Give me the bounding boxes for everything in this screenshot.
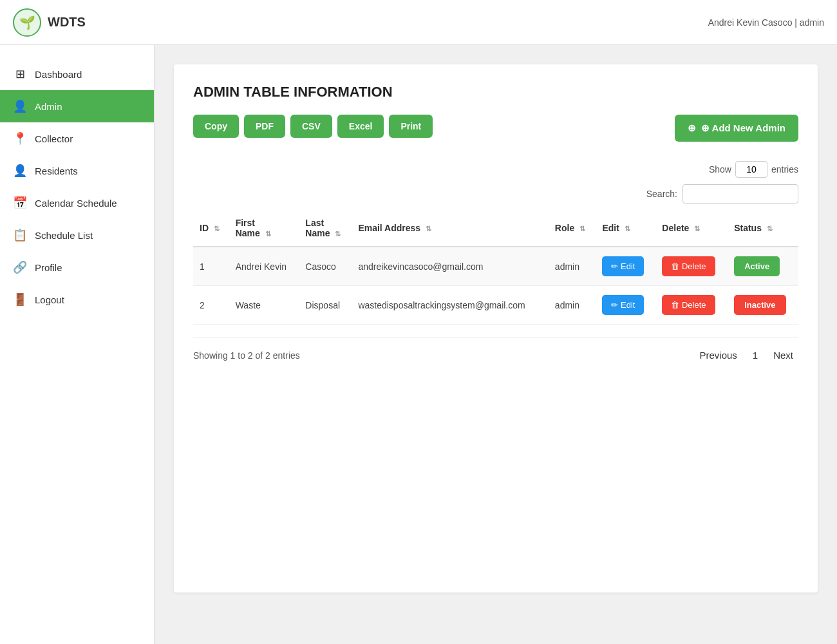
sidebar-item-label: Schedule List [35,230,93,241]
app-name: WDTS [48,15,86,30]
pagination-row: Showing 1 to 2 of 2 entries Previous 1 N… [193,337,798,363]
residents-icon: 👤 [13,164,27,178]
user-info: Andrei Kevin Casoco | admin [708,17,824,28]
cell-role: admin [549,286,596,325]
cell-last-name: Disposal [299,286,352,325]
cell-delete: 🗑 Delete [655,286,728,325]
sidebar-item-label: Admin [35,101,62,112]
sidebar-item-label: Profile [35,262,62,273]
cell-id: 2 [193,286,229,325]
show-label: Show [709,164,731,175]
sidebar-item-label: Residents [35,166,78,176]
admin-icon: 👤 [13,99,27,113]
main-content: ADMIN TABLE INFORMATION Copy PDF CSV Exc… [155,45,837,644]
cell-email: wastedisposaltrackingsystem@gmail.com [352,286,548,325]
cell-id: 1 [193,247,229,286]
excel-button[interactable]: Excel [337,115,384,138]
table-row: 1 Andrei Kevin Casoco andreikevincasoco@… [193,247,798,286]
print-button[interactable]: Print [389,115,433,138]
col-first-name: FirstName ⇅ [229,210,299,247]
cell-status: Inactive [728,286,798,325]
edit-button[interactable]: ✏ Edit [602,295,644,315]
content-card: ADMIN TABLE INFORMATION Copy PDF CSV Exc… [174,64,818,592]
pdf-button[interactable]: PDF [244,115,285,138]
table-controls: Show entries Search: [193,161,798,204]
copy-button[interactable]: Copy [193,115,239,138]
page-title: ADMIN TABLE INFORMATION [193,84,798,100]
dashboard-icon: ⊞ [13,67,27,81]
cell-status: Active [728,247,798,286]
calendar-icon: 📅 [13,196,27,210]
cell-first-name: Andrei Kevin [229,247,299,286]
col-edit: Edit ⇅ [596,210,655,247]
table-row: 2 Waste Disposal wastedisposaltrackingsy… [193,286,798,325]
sidebar-item-logout[interactable]: 🚪 Logout [0,283,154,316]
col-delete: Delete ⇅ [655,210,728,247]
pagination-info: Showing 1 to 2 of 2 entries [193,350,300,361]
layout: ⊞ Dashboard 👤 Admin 📍 Collector 👤 Reside… [0,45,837,644]
export-toolbar: Copy PDF CSV Excel Print [193,115,433,138]
col-role: Role ⇅ [549,210,596,247]
cell-last-name: Casoco [299,247,352,286]
next-button[interactable]: Next [768,347,798,363]
show-entries-control: Show entries [709,161,798,178]
sidebar-item-label: Dashboard [35,69,82,80]
status-button[interactable]: Active [734,256,780,276]
admin-table: ID ⇅ FirstName ⇅ LastName ⇅ Email Addres… [193,210,798,325]
add-new-admin-button[interactable]: ⊕ ⊕ Add New Admin [675,115,798,142]
search-input[interactable] [682,184,798,204]
sidebar-item-schedule-list[interactable]: 📋 Schedule List [0,219,154,251]
sidebar-item-residents[interactable]: 👤 Residents [0,155,154,187]
col-id: ID ⇅ [193,210,229,247]
sidebar: ⊞ Dashboard 👤 Admin 📍 Collector 👤 Reside… [0,45,155,644]
sidebar-item-collector[interactable]: 📍 Collector [0,122,154,155]
sidebar-item-admin[interactable]: 👤 Admin [0,90,154,122]
csv-button[interactable]: CSV [290,115,332,138]
cell-delete: 🗑 Delete [655,247,728,286]
logo-area: 🌱 WDTS [13,8,86,37]
sidebar-item-dashboard[interactable]: ⊞ Dashboard [0,58,154,90]
previous-button[interactable]: Previous [694,347,742,363]
schedule-list-icon: 📋 [13,228,27,242]
cell-email: andreikevincasoco@gmail.com [352,247,548,286]
profile-icon: 🔗 [13,260,27,274]
entries-label: entries [771,164,798,175]
col-last-name: LastName ⇅ [299,210,352,247]
cell-edit: ✏ Edit [596,247,655,286]
sidebar-item-profile[interactable]: 🔗 Profile [0,251,154,283]
search-control: Search: [646,184,798,204]
col-status: Status ⇅ [728,210,798,247]
search-label: Search: [646,189,677,199]
logo-icon: 🌱 [13,8,41,37]
cell-role: admin [549,247,596,286]
cell-first-name: Waste [229,286,299,325]
header: 🌱 WDTS Andrei Kevin Casoco | admin [0,0,837,45]
pagination-controls: Previous 1 Next [694,347,798,363]
sidebar-item-label: Logout [35,294,64,305]
status-button[interactable]: Inactive [734,295,785,315]
delete-button[interactable]: 🗑 Delete [662,295,715,315]
collector-icon: 📍 [13,131,27,146]
cell-edit: ✏ Edit [596,286,655,325]
page-number: 1 [748,347,763,363]
col-email: Email Address ⇅ [352,210,548,247]
sidebar-item-label: Calendar Schedule [35,198,117,209]
add-icon: ⊕ [688,122,696,134]
sidebar-item-calendar-schedule[interactable]: 📅 Calendar Schedule [0,187,154,219]
sidebar-item-label: Collector [35,133,73,144]
logout-icon: 🚪 [13,292,27,307]
edit-button[interactable]: ✏ Edit [602,256,644,276]
entries-input[interactable] [735,161,767,178]
delete-button[interactable]: 🗑 Delete [662,256,715,276]
